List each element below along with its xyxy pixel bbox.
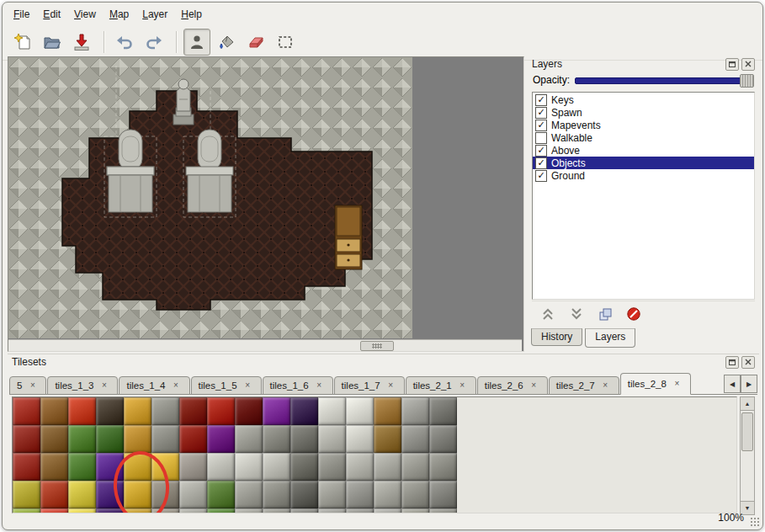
- menu-help[interactable]: Help: [175, 7, 208, 22]
- palette-tile[interactable]: [207, 453, 235, 481]
- palette-tile[interactable]: [179, 425, 207, 453]
- palette-tile[interactable]: [263, 453, 290, 481]
- duplicate-layer-button[interactable]: [598, 307, 613, 322]
- tileset-tab-5[interactable]: 5×: [9, 376, 46, 395]
- palette-tile[interactable]: [96, 508, 124, 513]
- panel-tab-layers[interactable]: Layers: [585, 328, 635, 348]
- palette-tile[interactable]: [207, 481, 235, 508]
- tab-close-button[interactable]: ×: [671, 378, 683, 391]
- palette-tile[interactable]: [68, 481, 96, 508]
- palette-tile[interactable]: [318, 481, 346, 508]
- tileset-tab-tiles_2_1[interactable]: tiles_2_1×: [406, 376, 476, 395]
- layer-visibility-checkbox[interactable]: ✓: [535, 107, 547, 119]
- menu-edit[interactable]: Edit: [37, 7, 66, 22]
- scrollbar-handle[interactable]: [741, 412, 753, 451]
- palette-tile[interactable]: [346, 453, 374, 481]
- menu-map[interactable]: Map: [104, 7, 135, 22]
- palette-tile[interactable]: [401, 453, 429, 481]
- palette-tile[interactable]: [429, 453, 457, 481]
- palette-tile[interactable]: [13, 508, 40, 513]
- palette-tile[interactable]: [263, 481, 290, 508]
- layer-visibility-checkbox[interactable]: ✓: [535, 170, 547, 182]
- palette-tile[interactable]: [429, 508, 457, 513]
- palette-tile[interactable]: [346, 425, 374, 453]
- tileset-tab-tiles_1_7[interactable]: tiles_1_7×: [334, 376, 405, 395]
- palette-tile[interactable]: [207, 397, 235, 425]
- palette-tile[interactable]: [374, 453, 401, 481]
- palette-tile[interactable]: [68, 453, 96, 481]
- palette-tile[interactable]: [40, 481, 68, 508]
- palette-tile[interactable]: [290, 453, 318, 481]
- palette-tile[interactable]: [318, 453, 346, 481]
- palette-tile[interactable]: [96, 453, 124, 481]
- palette-tile[interactable]: [374, 481, 401, 508]
- palette-tile[interactable]: [151, 481, 179, 508]
- palette-tile[interactable]: [429, 481, 457, 508]
- palette-tile[interactable]: [290, 481, 318, 508]
- move-layer-up-button[interactable]: [540, 307, 555, 321]
- palette-tile[interactable]: [346, 508, 374, 513]
- new-button[interactable]: [9, 29, 36, 56]
- tab-close-button[interactable]: ×: [170, 380, 183, 392]
- tileset-tab-tiles_1_6[interactable]: tiles_1_6×: [263, 376, 333, 395]
- palette-tile[interactable]: [124, 508, 151, 513]
- palette-tile[interactable]: [151, 508, 179, 513]
- palette-tile[interactable]: [429, 397, 457, 425]
- map-canvas[interactable]: [8, 57, 522, 338]
- palette-tile[interactable]: [96, 481, 124, 508]
- tab-close-button[interactable]: ×: [313, 380, 326, 392]
- tileset-tab-tiles_1_5[interactable]: tiles_1_5×: [191, 376, 262, 395]
- character-tool-button[interactable]: [183, 29, 210, 56]
- selection-tool-button[interactable]: [272, 29, 299, 56]
- palette-tile[interactable]: [13, 481, 40, 508]
- palette-tile[interactable]: [374, 397, 401, 425]
- fill-tool-button[interactable]: [213, 29, 240, 56]
- palette-tile[interactable]: [290, 508, 318, 513]
- palette-tile[interactable]: [235, 508, 263, 513]
- tileset-tab-tiles_2_8[interactable]: tiles_2_8×: [620, 373, 691, 395]
- palette-tile[interactable]: [151, 453, 179, 481]
- tab-close-button[interactable]: ×: [385, 380, 397, 392]
- palette-tile[interactable]: [68, 425, 96, 453]
- palette-tile[interactable]: [151, 397, 179, 425]
- map-horizontal-scrollbar[interactable]: [8, 339, 522, 351]
- palette-tile[interactable]: [40, 508, 68, 513]
- layer-row-walkable[interactable]: Walkable: [533, 131, 754, 144]
- layer-row-above[interactable]: ✓Above: [533, 144, 754, 157]
- palette-tile[interactable]: [429, 425, 457, 453]
- palette-tile[interactable]: [179, 397, 207, 425]
- close-panel-button[interactable]: [741, 356, 755, 369]
- redo-button[interactable]: [141, 29, 167, 56]
- palette-tile[interactable]: [235, 453, 263, 481]
- palette-tile[interactable]: [40, 397, 68, 425]
- float-panel-button[interactable]: [725, 58, 739, 71]
- palette-tile[interactable]: [263, 425, 290, 453]
- palette-tile[interactable]: [401, 425, 429, 453]
- palette-tile[interactable]: [68, 397, 96, 425]
- tab-close-button[interactable]: ×: [456, 380, 469, 392]
- resize-grip[interactable]: [750, 517, 759, 526]
- palette-tile[interactable]: [124, 425, 151, 453]
- palette-tile[interactable]: [13, 425, 40, 453]
- delete-layer-button[interactable]: [626, 306, 641, 322]
- scroll-up-button[interactable]: ▲: [741, 397, 754, 411]
- open-button[interactable]: [39, 29, 66, 56]
- tab-close-button[interactable]: ×: [242, 380, 254, 392]
- palette-tile[interactable]: [318, 397, 346, 425]
- layer-row-ground[interactable]: ✓Ground: [533, 169, 754, 182]
- tileset-tab-tiles_2_7[interactable]: tiles_2_7×: [549, 376, 619, 395]
- layer-visibility-checkbox[interactable]: ✓: [535, 94, 547, 106]
- palette-tile[interactable]: [235, 425, 263, 453]
- palette-tile[interactable]: [207, 508, 235, 513]
- tileset-tab-tiles_2_6[interactable]: tiles_2_6×: [477, 376, 548, 395]
- menu-file[interactable]: File: [8, 7, 35, 22]
- close-panel-button[interactable]: [741, 58, 755, 71]
- palette-tile[interactable]: [96, 425, 124, 453]
- tab-close-button[interactable]: ×: [528, 380, 540, 392]
- panel-tab-history[interactable]: History: [531, 328, 582, 346]
- palette-tile[interactable]: [235, 397, 263, 425]
- eraser-tool-button[interactable]: [242, 29, 269, 56]
- palette-vertical-scrollbar[interactable]: ▲ ▼: [740, 396, 755, 515]
- menu-layer[interactable]: Layer: [136, 7, 173, 22]
- palette-tile[interactable]: [151, 425, 179, 453]
